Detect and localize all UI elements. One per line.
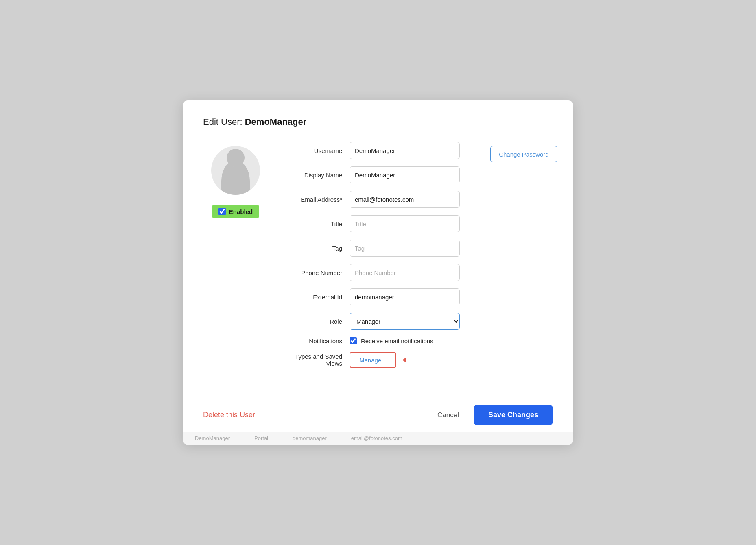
title-label: Title bbox=[284, 220, 350, 227]
external-id-input[interactable] bbox=[350, 288, 460, 305]
display-name-label: Display Name bbox=[284, 172, 350, 179]
delete-user-button[interactable]: Delete this User bbox=[203, 411, 255, 419]
arrow-indicator bbox=[403, 360, 460, 360]
left-panel: Enabled bbox=[203, 142, 268, 375]
phone-input[interactable] bbox=[350, 264, 460, 281]
modal-body: Enabled Username Display Name Email Addr… bbox=[203, 142, 553, 375]
username-row: Username bbox=[284, 142, 460, 159]
manage-button[interactable]: Manage... bbox=[350, 352, 396, 368]
role-label: Role bbox=[284, 318, 350, 325]
role-row: Role Admin Manager User Viewer bbox=[284, 313, 460, 330]
enabled-badge[interactable]: Enabled bbox=[212, 205, 259, 218]
manage-row: Manage... bbox=[350, 352, 460, 368]
enabled-checkbox[interactable] bbox=[218, 208, 226, 215]
modal-title: Edit User: DemoManager bbox=[203, 117, 553, 127]
arrow-line bbox=[403, 360, 460, 360]
role-select[interactable]: Admin Manager User Viewer bbox=[350, 313, 460, 330]
notifications-group: Receive email notifications bbox=[350, 337, 433, 344]
tag-input[interactable] bbox=[350, 240, 460, 257]
cancel-button[interactable]: Cancel bbox=[431, 408, 465, 423]
right-panel: Change Password bbox=[476, 142, 557, 375]
external-id-label: External Id bbox=[284, 294, 350, 301]
types-saved-views-label: Types and Saved Views bbox=[284, 353, 350, 367]
avatar bbox=[211, 146, 260, 195]
save-changes-button[interactable]: Save Changes bbox=[474, 405, 553, 425]
edit-user-modal: Edit User: DemoManager Enabled Username … bbox=[183, 100, 573, 445]
tag-row: Tag bbox=[284, 240, 460, 257]
title-username: DemoManager bbox=[245, 117, 307, 127]
email-row: Email Address* bbox=[284, 191, 460, 208]
bottom-item-2: Portal bbox=[254, 435, 268, 441]
title-row: Title bbox=[284, 215, 460, 232]
change-password-button[interactable]: Change Password bbox=[490, 146, 557, 162]
title-input[interactable] bbox=[350, 215, 460, 232]
username-input[interactable] bbox=[350, 142, 460, 159]
notifications-label: Notifications bbox=[284, 338, 350, 344]
tag-label: Tag bbox=[284, 245, 350, 252]
username-label: Username bbox=[284, 147, 350, 154]
notifications-checkbox-label: Receive email notifications bbox=[361, 338, 433, 344]
notifications-row: Notifications Receive email notification… bbox=[284, 337, 460, 344]
footer-right: Cancel Save Changes bbox=[431, 405, 553, 425]
bottom-item-1: DemoManager bbox=[195, 435, 230, 441]
types-saved-views-row: Types and Saved Views Manage... bbox=[284, 352, 460, 368]
email-label: Email Address* bbox=[284, 196, 350, 203]
avatar-silhouette bbox=[221, 160, 250, 195]
email-input[interactable] bbox=[350, 191, 460, 208]
bottom-item-4: email@fotonotes.com bbox=[351, 435, 402, 441]
display-name-input[interactable] bbox=[350, 166, 460, 183]
title-prefix: Edit User: bbox=[203, 117, 245, 127]
phone-label: Phone Number bbox=[284, 269, 350, 276]
bottom-bar: DemoManager Portal demomanager email@fot… bbox=[183, 432, 573, 445]
bottom-item-3: demomanager bbox=[293, 435, 327, 441]
modal-footer: Delete this User Cancel Save Changes bbox=[203, 395, 553, 425]
notifications-checkbox[interactable] bbox=[350, 337, 357, 344]
phone-row: Phone Number bbox=[284, 264, 460, 281]
form-panel: Username Display Name Email Address* Tit… bbox=[284, 142, 460, 375]
external-id-row: External Id bbox=[284, 288, 460, 305]
enabled-label: Enabled bbox=[229, 208, 253, 215]
display-name-row: Display Name bbox=[284, 166, 460, 183]
